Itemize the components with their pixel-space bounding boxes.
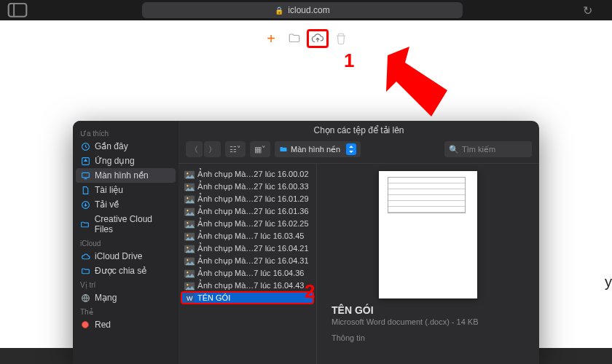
back-button[interactable]: 〈 [186,141,203,157]
file-list-column[interactable]: Ảnh chụp Mà…27 lúc 16.00.02Ảnh chụp Mà…2… [178,164,317,364]
image-file-icon [184,282,195,290]
search-input[interactable]: 🔍 Tìm kiếm [444,141,532,157]
new-folder-button[interactable] [283,29,305,48]
svg-point-9 [187,173,188,174]
file-row[interactable]: Ảnh chụp Mà…27 lúc 16.00.02 [178,168,316,181]
upload-button[interactable] [307,29,329,48]
url-field[interactable]: 🔒 icloud.com [142,2,463,18]
svg-rect-5 [82,173,89,178]
cloud-upload-icon [311,32,324,45]
image-file-icon [184,170,195,179]
chevron-right-icon: 〉 [208,144,216,155]
sidebar-item-network[interactable]: Mạng [73,290,178,305]
svg-point-21 [187,247,188,248]
sidebar-item-tag-red[interactable]: Red [73,317,178,332]
image-file-icon [184,195,195,204]
search-placeholder: Tìm kiếm [462,145,495,154]
annotation-number-1: 1 [344,50,354,72]
svg-point-13 [187,197,188,199]
sidebar-item-creative-cloud[interactable]: Creative Cloud Files [73,212,178,237]
view-columns-button[interactable]: ☷ ˅ [225,141,246,157]
finder-sidebar: Ưa thích Gần đây Ứng dụng Màn hình nền T… [73,121,178,364]
view-options-button[interactable]: ▦ ˅ [250,141,270,157]
sidebar-item-desktop[interactable]: Màn hình nền [76,168,176,183]
finder-main: Chọn các tệp để tải lên 〈 〉 ☷ ˅ ▦ ˅ Màn … [178,121,539,364]
sidebar-item-icloud-drive[interactable]: iCloud Drive [73,249,178,264]
image-file-icon [184,232,195,241]
background-text-fragment: y [605,274,612,290]
search-icon: 🔍 [449,145,459,154]
reload-button[interactable]: ↻ [577,4,597,17]
columns-icon: ☷ [230,145,237,154]
sidebar-item-downloads[interactable]: Tải về [73,197,178,212]
document-thumbnail [379,171,477,298]
apps-icon [80,156,90,166]
word-doc-icon: W [184,293,195,302]
svg-point-19 [187,234,188,236]
svg-marker-2 [386,47,447,116]
preview-title: TÊN GÓI [332,304,525,316]
file-row[interactable]: Ảnh chụp Mà…27 lúc 16.01.36 [178,205,316,218]
sidebar-section-tags: Thẻ [73,305,178,317]
image-file-icon [184,207,195,216]
grid-icon: ▦ [254,145,262,154]
shared-folder-icon [80,266,90,276]
folder-icon [80,219,90,229]
finder-toolbar: 〈 〉 ☷ ˅ ▦ ˅ Màn hình nền 🔍 Tìm kiếm [178,138,539,164]
svg-point-15 [187,210,188,211]
file-row[interactable]: Ảnh chụp Mà…27 lúc 16.01.29 [178,193,316,205]
file-row-selected[interactable]: WTÊN GÓI [181,292,313,304]
forward-button[interactable]: 〉 [204,141,221,157]
lock-icon: 🔒 [275,7,283,15]
new-item-button[interactable]: + [260,29,282,48]
file-row[interactable]: Ảnh chụp Mà…27 lúc 16.00.33 [178,181,316,193]
image-file-icon [184,220,195,229]
preview-pane: TÊN GÓI Microsoft Word document (.docx) … [317,164,539,364]
file-row[interactable]: Ảnh chụp Mà…27 lúc 16.02.25 [178,218,316,230]
svg-point-25 [187,272,188,273]
safari-address-bar: 🔒 icloud.com ↻ [0,0,612,20]
file-row[interactable]: Ảnh chụp Mà…7 lúc 16.03.45 [178,230,316,242]
download-icon [80,199,90,210]
trash-icon [334,32,348,45]
sidebar-section-icloud: iCloud [73,237,178,249]
image-file-icon [184,245,195,253]
preview-info-label: Thông tin [332,333,525,342]
dialog-title: Chọn các tệp để tải lên [178,121,539,138]
icloud-toolbar: + [0,20,612,57]
svg-text:W: W [187,295,193,302]
sidebar-section-favorites: Ưa thích [73,127,178,139]
dropdown-chevrons-icon [346,143,356,155]
sidebar-item-recents[interactable]: Gần đây [73,139,178,154]
tag-red-icon [80,320,90,330]
chevron-left-icon: 〈 [190,144,198,155]
folder-dropdown[interactable]: Màn hình nền [275,141,361,157]
network-icon [80,293,90,303]
delete-button[interactable] [330,29,352,48]
file-row[interactable]: Ảnh chụp Mà…27 lúc 16.04.31 [178,255,316,267]
plus-icon: + [267,31,275,47]
svg-point-17 [187,222,188,223]
svg-point-27 [187,284,188,285]
sidebar-item-applications[interactable]: Ứng dụng [73,154,178,168]
desktop-icon [80,170,90,181]
sidebar-item-documents[interactable]: Tài liệu [73,183,178,197]
annotation-arrow [374,47,455,127]
sidebar-section-locations: Vị trí [73,278,178,290]
annotation-number-2: 2 [305,280,315,303]
clock-icon [80,141,90,151]
image-file-icon [184,183,195,191]
file-row[interactable]: Ảnh chụp Mà…27 lúc 16.04.21 [178,242,316,255]
folder-icon [288,32,301,45]
image-file-icon [184,269,195,278]
url-host-text: icloud.com [288,5,329,15]
folder-blue-icon [279,145,288,154]
file-row[interactable]: Ảnh chụp Mà…7 lúc 16.04.36 [178,267,316,280]
file-row[interactable]: Ảnh chụp Mà…7 lúc 16.04.43 [178,280,316,292]
document-icon [80,185,90,195]
cloud-icon [80,251,90,261]
sidebar-toggle-button[interactable] [7,4,28,17]
sidebar-item-shared[interactable]: Được chia sẻ [73,264,178,278]
preview-meta: Microsoft Word document (.docx) - 14 KB [332,317,525,326]
svg-rect-0 [9,4,26,17]
